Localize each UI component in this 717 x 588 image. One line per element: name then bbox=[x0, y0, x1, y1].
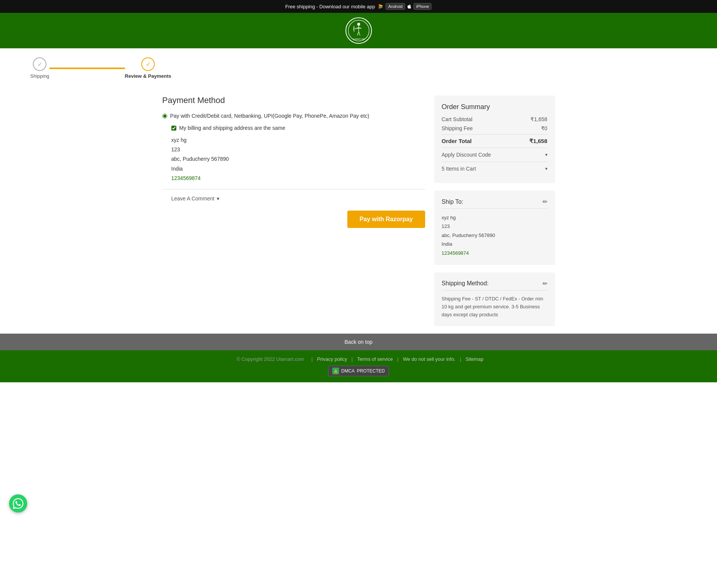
svg-line-7 bbox=[357, 32, 359, 35]
order-total-label: Order Total bbox=[442, 138, 472, 145]
shipping-method-edit-icon[interactable]: ✏ bbox=[543, 280, 547, 287]
dmca-shield-icon: 🔒 bbox=[332, 368, 339, 374]
leave-comment-chevron: ▾ bbox=[217, 195, 219, 202]
cart-items-label: 5 Items in Cart bbox=[442, 166, 476, 172]
step-2-circle: ✓ bbox=[141, 57, 155, 71]
shipping-method-box: Shipping Method: ✏ Shipping Fee - ST / D… bbox=[434, 272, 555, 326]
ship-to-address: xyz hg 123 abc, Puducherry 567890 India … bbox=[442, 213, 547, 257]
billing-address-line1: xyz hg bbox=[171, 135, 425, 145]
payment-radio[interactable] bbox=[162, 114, 167, 119]
billing-same-label: My billing and shipping address are the … bbox=[179, 125, 285, 131]
svg-line-6 bbox=[354, 28, 361, 29]
left-panel: Payment Method Pay with Credit/Debit car… bbox=[162, 95, 425, 326]
shipping-fee-value: ₹0 bbox=[541, 125, 547, 131]
step-1-label: Shipping bbox=[30, 73, 49, 79]
billing-address-block: xyz hg 123 abc, Puducherry 567890 India … bbox=[171, 135, 425, 183]
order-summary-title: Order Summary bbox=[442, 103, 547, 111]
ship-to-line3: abc, Puducherry 567890 bbox=[442, 231, 547, 240]
billing-checkbox-wrapper: My billing and shipping address are the … bbox=[171, 125, 425, 131]
site-footer: © Copyright 2022 Ulamart.com | Privacy p… bbox=[0, 350, 717, 382]
cart-subtotal-row: Cart Subtotal ₹1,658 bbox=[442, 116, 547, 122]
svg-point-1 bbox=[357, 23, 360, 26]
billing-phone-link[interactable]: 1234569874 bbox=[171, 175, 201, 181]
dmca-badge: 🔒 DMCA PROTECTED bbox=[328, 366, 389, 376]
cart-subtotal-label: Cart Subtotal bbox=[442, 116, 473, 122]
step-1-circle: ✓ bbox=[33, 57, 46, 71]
playstore-icon bbox=[378, 3, 384, 9]
right-panel: Order Summary Cart Subtotal ₹1,658 Shipp… bbox=[434, 95, 555, 326]
cart-subtotal-value: ₹1,658 bbox=[530, 116, 547, 122]
step-1-wrapper: ✓ Shipping bbox=[30, 57, 49, 79]
footer-copyright: © Copyright 2022 Ulamart.com bbox=[236, 356, 304, 362]
footer-separator-2: | bbox=[352, 356, 354, 362]
leave-comment-toggle[interactable]: Leave A Comment ▾ bbox=[171, 195, 425, 202]
protected-label: PROTECTED bbox=[357, 368, 385, 374]
footer-sitemap-link[interactable]: Sitemap bbox=[466, 356, 484, 362]
ship-to-box: Ship To: ✏ xyz hg 123 abc, Puducherry 56… bbox=[434, 191, 555, 265]
billing-address-country: India bbox=[171, 164, 425, 174]
iphone-badge[interactable]: iPhone bbox=[413, 3, 432, 10]
discount-label: Apply Discount Code bbox=[442, 152, 491, 158]
cart-items-accordion[interactable]: 5 Items in Cart ▾ bbox=[442, 162, 547, 175]
discount-accordion[interactable]: Apply Discount Code ▾ bbox=[442, 148, 547, 162]
step-2-wrapper: ✓ Review & Payments bbox=[125, 57, 171, 79]
shipping-method-title: Shipping Method: bbox=[442, 280, 489, 287]
logo-svg: ULAMART.COM bbox=[347, 19, 370, 42]
site-logo[interactable]: ULAMART.COM bbox=[345, 17, 372, 44]
svg-line-8 bbox=[359, 32, 360, 35]
apple-icon bbox=[407, 4, 412, 9]
shipping-method-desc: Shipping Fee - ST / DTDC / FedEx - Order… bbox=[442, 295, 547, 319]
footer-separator-3: | bbox=[397, 356, 400, 362]
ship-to-header: Ship To: ✏ bbox=[442, 198, 547, 209]
payment-option: Pay with Credit/Debit card, Netbanking, … bbox=[162, 113, 425, 119]
billing-address-line2: 123 bbox=[171, 145, 425, 154]
leave-comment-label: Leave A Comment bbox=[171, 195, 214, 202]
order-summary-box: Order Summary Cart Subtotal ₹1,658 Shipp… bbox=[434, 95, 555, 183]
progress-steps: ✓ Shipping ✓ Review & Payments bbox=[0, 48, 717, 88]
ship-to-phone-link[interactable]: 1234569874 bbox=[442, 250, 469, 256]
dmca-badge-container: 🔒 DMCA PROTECTED bbox=[6, 366, 711, 376]
footer-terms-link[interactable]: Terms of service bbox=[357, 356, 393, 362]
ship-to-edit-icon[interactable]: ✏ bbox=[543, 198, 547, 205]
app-badge: Android iPhone bbox=[378, 3, 432, 10]
ship-to-line1: xyz hg bbox=[442, 213, 547, 222]
main-content: Payment Method Pay with Credit/Debit car… bbox=[132, 88, 585, 334]
footer-do-not-sell-link[interactable]: We do not sell your info. bbox=[403, 356, 455, 362]
dmca-label: DMCA bbox=[341, 368, 355, 374]
banner-text: Free shipping - Download our mobile app bbox=[285, 4, 375, 9]
ship-to-title: Ship To: bbox=[442, 199, 464, 205]
svg-text:ULAMART.COM: ULAMART.COM bbox=[353, 38, 365, 40]
order-total-row: Order Total ₹1,658 bbox=[442, 134, 547, 145]
footer-separator-1: | bbox=[311, 356, 314, 362]
footer-links: © Copyright 2022 Ulamart.com | Privacy p… bbox=[6, 356, 711, 362]
billing-same-checkbox[interactable] bbox=[171, 126, 176, 131]
footer-separator-4: | bbox=[460, 356, 463, 362]
billing-divider bbox=[162, 189, 425, 189]
step-line bbox=[49, 68, 125, 69]
step-2-label: Review & Payments bbox=[125, 73, 171, 79]
payment-method-title: Payment Method bbox=[162, 95, 425, 105]
pay-button[interactable]: Pay with Razorpay bbox=[347, 211, 425, 228]
top-banner: Free shipping - Download our mobile app … bbox=[0, 0, 717, 13]
back-to-top-label: Back on top bbox=[345, 339, 373, 345]
footer-privacy-link[interactable]: Privacy policy bbox=[317, 356, 347, 362]
ship-to-country: India bbox=[442, 240, 547, 248]
ship-to-line2: 123 bbox=[442, 222, 547, 231]
billing-address-line3: abc, Puducherry 567890 bbox=[171, 154, 425, 164]
site-header: ULAMART.COM bbox=[0, 13, 717, 48]
shipping-method-header: Shipping Method: ✏ bbox=[442, 280, 547, 291]
payment-option-label: Pay with Credit/Debit card, Netbanking, … bbox=[170, 113, 369, 119]
shipping-fee-row: Shipping Fee ₹0 bbox=[442, 125, 547, 131]
shipping-fee-label: Shipping Fee bbox=[442, 125, 473, 131]
cart-items-chevron-icon: ▾ bbox=[545, 166, 547, 171]
back-to-top-bar[interactable]: Back on top bbox=[0, 334, 717, 350]
order-total-value: ₹1,658 bbox=[529, 138, 547, 145]
discount-chevron-icon: ▾ bbox=[545, 152, 547, 157]
android-badge[interactable]: Android bbox=[385, 3, 405, 10]
